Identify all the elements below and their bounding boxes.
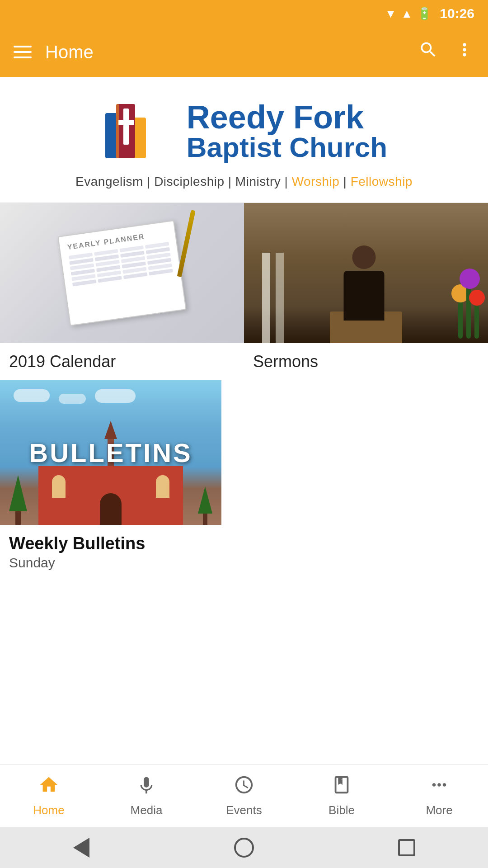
nav-back-icon [73, 838, 89, 858]
app-bar-left: Home [14, 42, 94, 62]
nav-label-bible: Bible [328, 803, 355, 817]
app-bar-right [418, 40, 474, 64]
logo-area: Reedy Fork Baptist Church Evangelism | D… [0, 77, 488, 203]
events-icon [234, 774, 254, 800]
signal-icon: ▲ [401, 7, 413, 21]
status-icons: ▼ ▲ 🔋 10:26 [385, 6, 474, 21]
logo-row: Reedy Fork Baptist Church [101, 95, 387, 167]
bulletins-overlay-text: BULLETINS [0, 438, 221, 468]
more-options-icon[interactable] [455, 40, 474, 64]
hamburger-menu-button[interactable] [14, 46, 32, 58]
nav-label-home: Home [33, 803, 64, 817]
status-time: 10:26 [440, 6, 474, 21]
nav-recents-button[interactable] [393, 834, 420, 861]
nav-label-events: Events [226, 803, 262, 817]
content-area: YEARLY PLANNER [0, 203, 488, 580]
cards-row: YEARLY PLANNER [0, 203, 488, 376]
nav-back-button[interactable] [68, 834, 95, 861]
bulletins-image: BULLETINS [0, 380, 221, 525]
more-icon [429, 774, 450, 800]
calendar-image: YEARLY PLANNER [0, 203, 244, 343]
bible-icon [331, 774, 352, 800]
svg-rect-4 [118, 120, 134, 125]
tagline-worship: Worship [292, 175, 340, 189]
calendar-card[interactable]: YEARLY PLANNER [0, 203, 244, 376]
bottom-nav: Home Media Events Bible [0, 764, 488, 827]
status-bar: ▼ ▲ 🔋 10:26 [0, 0, 488, 27]
nav-recents-icon [398, 839, 415, 856]
wifi-icon: ▼ [385, 7, 397, 21]
nav-item-media[interactable]: Media [101, 774, 192, 817]
nav-home-icon [234, 838, 254, 858]
bulletins-card[interactable]: BULLETINS Weekly Bulletins Sunday [0, 380, 488, 580]
media-icon [136, 774, 157, 800]
church-name-line2: Baptist Church [187, 133, 387, 161]
church-logo-icon [101, 95, 173, 167]
nav-label-media: Media [131, 803, 163, 817]
nav-item-more[interactable]: More [394, 774, 484, 817]
calendar-img-bg: YEARLY PLANNER [0, 203, 244, 343]
calendar-card-label: 2019 Calendar [0, 343, 244, 376]
sermon-img-bg [244, 203, 488, 343]
search-icon[interactable] [418, 40, 438, 64]
bulletins-sublabel: Sunday [0, 555, 488, 580]
nav-item-events[interactable]: Events [199, 774, 289, 817]
nav-item-home[interactable]: Home [4, 774, 94, 817]
system-nav-bar [0, 827, 488, 868]
church-name: Reedy Fork Baptist Church [187, 101, 387, 161]
battery-icon: 🔋 [417, 7, 432, 21]
tagline-evangelism: Evangelism | Discipleship | Ministry | [75, 175, 292, 189]
sermons-image [244, 203, 488, 343]
tagline-sep: | [339, 175, 350, 189]
svg-rect-5 [116, 104, 119, 158]
nav-item-bible[interactable]: Bible [296, 774, 387, 817]
tagline: Evangelism | Discipleship | Ministry | W… [75, 175, 413, 189]
nav-home-button[interactable] [230, 834, 258, 861]
svg-rect-3 [123, 108, 129, 145]
sermons-card-label: Sermons [244, 343, 488, 376]
app-bar: Home [0, 27, 488, 77]
home-icon [38, 774, 59, 800]
sermons-card[interactable]: Sermons [244, 203, 488, 376]
bulletins-label: Weekly Bulletins [0, 525, 488, 555]
tagline-fellowship: Fellowship [351, 175, 413, 189]
app-bar-title: Home [45, 42, 94, 62]
church-name-line1: Reedy Fork [187, 101, 387, 133]
nav-label-more: More [426, 803, 452, 817]
